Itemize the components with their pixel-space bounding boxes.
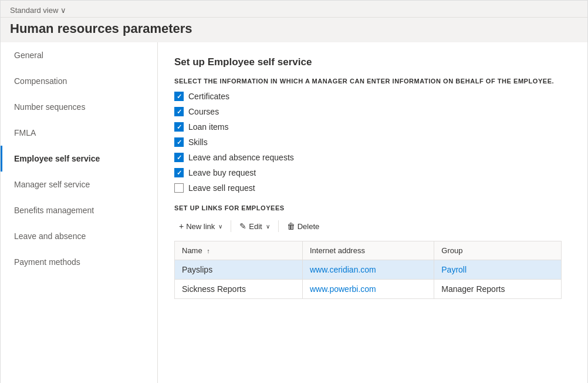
- delete-label: Delete: [298, 222, 320, 231]
- edit-chevron: ∨: [266, 223, 270, 230]
- new-link-label: New link: [186, 222, 215, 231]
- new-link-chevron: ∨: [218, 223, 222, 230]
- sidebar-item-general[interactable]: General: [1, 42, 157, 68]
- delete-icon: 🗑: [287, 221, 295, 231]
- sidebar: General Compensation Number sequences FM…: [1, 42, 158, 383]
- page-wrapper: Standard view ∨ Human resources paramete…: [0, 0, 588, 383]
- table-header-row: Name ↑ Internet address Group: [175, 241, 562, 260]
- checkbox-skills-input[interactable]: [174, 137, 184, 147]
- checkbox-leave-absence: Leave and absence requests: [174, 153, 571, 162]
- table-row[interactable]: Payslips www.ceridian.com Payroll: [175, 260, 562, 280]
- new-link-button[interactable]: + New link ∨: [174, 219, 227, 234]
- links-section: SET UP LINKS FOR EMPLOYEES + New link ∨ …: [174, 204, 571, 299]
- main-layout: General Compensation Number sequences FM…: [1, 42, 587, 383]
- checkbox-leave-buy-input[interactable]: [174, 168, 184, 177]
- checkboxes-group: Certificates Courses Loan items Skills L…: [174, 92, 571, 193]
- sidebar-item-compensation[interactable]: Compensation: [1, 68, 157, 94]
- sidebar-item-payment-methods[interactable]: Payment methods: [1, 249, 157, 275]
- section-title: Set up Employee self service: [174, 56, 571, 68]
- checkbox-leave-absence-input[interactable]: [174, 153, 184, 162]
- checkbox-loan-items: Loan items: [174, 122, 571, 132]
- cell-group-payslips: Payroll: [434, 260, 562, 280]
- checkbox-skills: Skills: [174, 137, 571, 147]
- col-header-internet-address[interactable]: Internet address: [302, 241, 434, 260]
- checkbox-leave-sell: Leave sell request: [174, 183, 571, 193]
- page-title: Human resources parameters: [1, 18, 587, 42]
- link-powerbi[interactable]: www.powerbi.com: [310, 284, 376, 294]
- toolbar: + New link ∨ ✎ Edit ∨ 🗑 Delete: [174, 219, 571, 234]
- links-section-label: SET UP LINKS FOR EMPLOYEES: [174, 204, 571, 211]
- plus-icon: +: [179, 221, 184, 231]
- top-bar: Standard view ∨: [1, 1, 587, 18]
- manager-info-label: SELECT THE INFORMATION IN WHICH A MANAGE…: [174, 78, 571, 85]
- cell-group-sickness: Manager Reports: [434, 280, 562, 299]
- checkbox-courses: Courses: [174, 107, 571, 116]
- checkbox-courses-label: Courses: [188, 107, 219, 116]
- sidebar-item-fmla[interactable]: FMLA: [1, 120, 157, 146]
- checkbox-certificates-input[interactable]: [174, 92, 184, 101]
- standard-view-label: Standard view: [10, 6, 58, 15]
- content-area: Set up Employee self service SELECT THE …: [158, 42, 587, 383]
- delete-button[interactable]: 🗑 Delete: [282, 219, 325, 234]
- checkbox-skills-label: Skills: [188, 137, 208, 147]
- checkbox-leave-buy-label: Leave buy request: [188, 168, 256, 177]
- link-payroll-group[interactable]: Payroll: [441, 265, 467, 274]
- link-ceridian[interactable]: www.ceridian.com: [310, 265, 376, 274]
- checkbox-courses-input[interactable]: [174, 107, 184, 116]
- checkbox-certificates: Certificates: [174, 92, 571, 101]
- toolbar-separator-2: [278, 220, 279, 232]
- links-table: Name ↑ Internet address Group: [174, 241, 562, 299]
- cell-address-payslips: www.ceridian.com: [302, 260, 434, 280]
- sidebar-item-leave-and-absence[interactable]: Leave and absence: [1, 223, 157, 249]
- edit-icon: ✎: [239, 221, 246, 231]
- checkbox-leave-buy: Leave buy request: [174, 168, 571, 177]
- checkbox-leave-sell-input[interactable]: [174, 183, 184, 193]
- cell-address-sickness: www.powerbi.com: [302, 280, 434, 299]
- cell-name-payslips: Payslips: [175, 260, 303, 280]
- table-row[interactable]: Sickness Reports www.powerbi.com Manager…: [175, 280, 562, 299]
- sidebar-item-benefits-management[interactable]: Benefits management: [1, 197, 157, 223]
- sidebar-item-manager-self-service[interactable]: Manager self service: [1, 172, 157, 197]
- col-header-name[interactable]: Name ↑: [175, 241, 303, 260]
- cell-name-sickness: Sickness Reports: [175, 280, 303, 299]
- checkbox-loan-items-input[interactable]: [174, 122, 184, 132]
- standard-view-button[interactable]: Standard view ∨: [10, 6, 66, 15]
- checkbox-leave-sell-label: Leave sell request: [188, 183, 255, 193]
- standard-view-chevron: ∨: [60, 6, 66, 15]
- checkbox-leave-absence-label: Leave and absence requests: [188, 153, 294, 162]
- checkbox-certificates-label: Certificates: [188, 92, 229, 101]
- toolbar-separator-1: [231, 220, 231, 232]
- edit-button[interactable]: ✎ Edit ∨: [235, 219, 274, 234]
- edit-label: Edit: [249, 222, 262, 231]
- sidebar-item-number-sequences[interactable]: Number sequences: [1, 94, 157, 120]
- sort-icon-name: ↑: [207, 247, 210, 254]
- col-header-group[interactable]: Group: [434, 241, 562, 260]
- sidebar-item-employee-self-service[interactable]: Employee self service: [1, 146, 157, 172]
- checkbox-loan-items-label: Loan items: [188, 122, 228, 132]
